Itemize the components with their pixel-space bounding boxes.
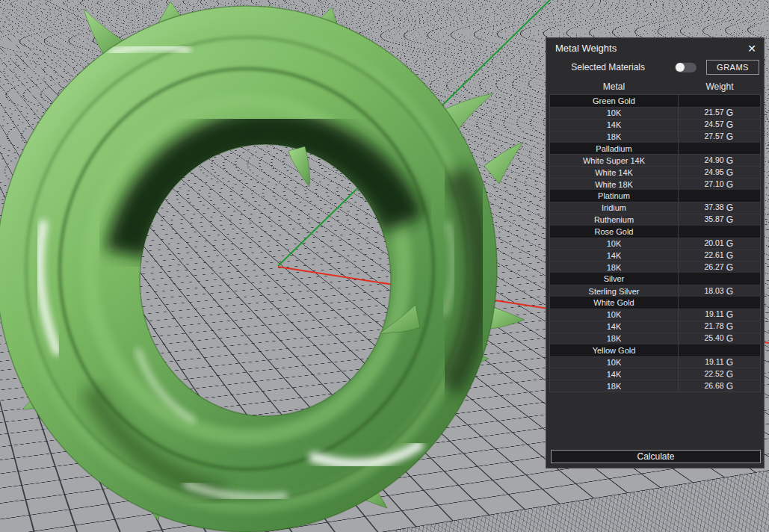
weight-unit: G bbox=[726, 179, 733, 190]
weight-value: 19.11 bbox=[705, 357, 724, 366]
weight-unit: G bbox=[726, 333, 733, 344]
metal-row[interactable]: 14K22.52G bbox=[550, 368, 760, 380]
metal-row[interactable]: 18K26.27G bbox=[550, 261, 760, 273]
metal-label: Ruthenium bbox=[550, 214, 679, 226]
section-header-row[interactable]: White Gold bbox=[550, 297, 760, 309]
weight-unit: G bbox=[726, 167, 733, 178]
metal-label: White Super 14K bbox=[550, 155, 679, 166]
weight-unit: G bbox=[726, 369, 733, 380]
weight-unit: G bbox=[726, 120, 733, 130]
section-weight-cell bbox=[679, 226, 760, 238]
weight-unit: G bbox=[726, 155, 733, 166]
metal-row[interactable]: White Super 14K24.90G bbox=[550, 154, 760, 166]
metal-label: Iridium bbox=[550, 202, 679, 214]
weight-column-header: Weight bbox=[679, 81, 761, 92]
section-name: Green Gold bbox=[550, 95, 679, 107]
metal-row[interactable]: White 18K27.10G bbox=[550, 178, 760, 190]
metal-weights-panel: Metal Weights ✕ Selected Materials GRAMS… bbox=[546, 37, 765, 468]
section-name: Silver bbox=[550, 273, 679, 285]
weight-value: 20.01 bbox=[704, 238, 723, 247]
weight-value: 35.87 bbox=[704, 214, 723, 223]
metal-row[interactable]: 14K21.78G bbox=[550, 321, 760, 332]
section-name: Platinum bbox=[550, 190, 679, 202]
metal-row[interactable]: 10K21.57G bbox=[550, 107, 760, 119]
section-header-row[interactable]: Green Gold bbox=[550, 95, 760, 107]
metal-weight: 27.10G bbox=[679, 179, 760, 190]
metal-label: Sterling Silver bbox=[550, 285, 679, 297]
table-column-headers: Metal Weight bbox=[546, 80, 764, 94]
metal-row[interactable]: White 14K24.95G bbox=[550, 166, 760, 178]
thorn-ring-model[interactable] bbox=[0, 1, 525, 532]
selected-materials-label: Selected Materials bbox=[571, 62, 645, 72]
close-icon[interactable]: ✕ bbox=[747, 43, 756, 54]
weight-value: 26.68 bbox=[704, 381, 723, 390]
weight-value: 24.90 bbox=[704, 155, 723, 164]
section-weight-cell bbox=[679, 143, 760, 155]
metal-label: 10K bbox=[550, 357, 679, 368]
metal-weight: 21.57G bbox=[679, 108, 760, 119]
metal-row[interactable]: Iridium37.38G bbox=[550, 202, 760, 214]
weight-unit: G bbox=[726, 238, 733, 249]
metal-row[interactable]: Ruthenium35.87G bbox=[550, 214, 760, 226]
metal-weight: 22.52G bbox=[679, 368, 760, 380]
metal-row[interactable]: 14K22.61G bbox=[550, 250, 760, 262]
metal-label: 10K bbox=[550, 238, 679, 250]
metal-weight: 24.95G bbox=[679, 167, 760, 178]
section-header-row[interactable]: Platinum bbox=[550, 190, 760, 202]
metal-row[interactable]: 18K26.68G bbox=[550, 380, 760, 392]
section-weight-cell bbox=[679, 190, 760, 202]
weight-unit: G bbox=[726, 286, 733, 297]
weight-value: 27.57 bbox=[704, 132, 723, 140]
weight-unit: G bbox=[726, 202, 733, 213]
metal-row[interactable]: 18K27.57G bbox=[550, 131, 760, 143]
section-header-row[interactable]: Yellow Gold bbox=[550, 344, 760, 356]
metal-label: 10K bbox=[550, 108, 679, 119]
metal-label: 14K bbox=[550, 250, 679, 262]
metal-table-body: Green Gold10K21.57G14K24.57G18K27.57GPal… bbox=[549, 94, 761, 392]
metal-row[interactable]: 10K20.01G bbox=[550, 238, 760, 250]
metal-weight: 19.11G bbox=[679, 309, 760, 321]
metal-label: 14K bbox=[550, 321, 679, 332]
selected-materials-toggle[interactable] bbox=[675, 63, 697, 72]
weight-unit: G bbox=[726, 132, 733, 142]
weight-unit: G bbox=[726, 381, 733, 392]
metal-weight: 27.57G bbox=[679, 132, 760, 143]
section-header-row[interactable]: Rose Gold bbox=[550, 226, 760, 238]
weight-unit: G bbox=[726, 321, 733, 332]
section-name: Yellow Gold bbox=[550, 344, 679, 356]
weight-unit: G bbox=[726, 309, 733, 320]
panel-title: Metal Weights bbox=[555, 43, 617, 54]
metal-row[interactable]: 10K19.11G bbox=[550, 356, 760, 368]
weight-unit: G bbox=[726, 108, 733, 118]
metal-row[interactable]: 14K24.57G bbox=[550, 119, 760, 131]
panel-controls-row: Selected Materials GRAMS bbox=[546, 55, 764, 80]
metal-row[interactable]: 10K19.11G bbox=[550, 309, 760, 321]
metal-label: 18K bbox=[550, 132, 679, 143]
weight-value: 24.57 bbox=[704, 120, 723, 129]
metal-row[interactable]: 18K25.40G bbox=[550, 332, 760, 344]
metal-weight: 20.01G bbox=[679, 238, 760, 250]
weight-unit: G bbox=[726, 357, 733, 368]
weight-value: 21.78 bbox=[704, 321, 723, 330]
weight-value: 37.38 bbox=[704, 202, 723, 211]
metal-label: 14K bbox=[550, 368, 679, 380]
metal-weight: 19.11G bbox=[679, 357, 760, 368]
weight-value: 19.11 bbox=[705, 309, 724, 318]
weight-unit: G bbox=[726, 262, 733, 273]
weight-value: 22.52 bbox=[704, 369, 723, 378]
metal-weight: 37.38G bbox=[679, 202, 760, 214]
units-button[interactable]: GRAMS bbox=[706, 60, 759, 75]
metal-label: 10K bbox=[550, 309, 679, 321]
metal-row[interactable]: Sterling Silver18.03G bbox=[550, 285, 760, 297]
section-header-row[interactable]: Silver bbox=[550, 273, 760, 285]
section-header-row[interactable]: Palladium bbox=[550, 143, 760, 155]
metal-label: 18K bbox=[550, 262, 679, 273]
calculate-button[interactable]: Calculate bbox=[551, 450, 761, 463]
weight-value: 22.61 bbox=[704, 250, 723, 259]
ring-body bbox=[0, 6, 497, 532]
weight-value: 25.40 bbox=[704, 333, 723, 342]
section-weight-cell bbox=[679, 95, 760, 107]
metal-weight: 18.03G bbox=[679, 285, 760, 297]
metal-weight: 26.27G bbox=[679, 262, 760, 273]
metal-weight: 25.40G bbox=[679, 333, 760, 344]
